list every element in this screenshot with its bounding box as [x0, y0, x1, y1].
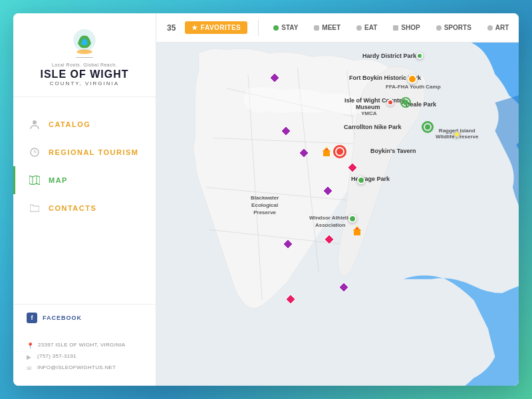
sidebar-nav: CATALOG REGIONAL TOURISM MAP — [13, 97, 156, 304]
svg-marker-23 — [323, 186, 332, 196]
main-content: 35 ★ FAVORITES STAY MEET EAT SHOP — [156, 13, 519, 386]
favorites-label: FAVORITES — [201, 24, 241, 31]
pin-diamond2[interactable] — [281, 126, 291, 138]
logo-tagline: Local Roots. Global Reach. — [52, 63, 117, 67]
art-dot — [487, 25, 493, 31]
sports-label: SPORTS — [444, 24, 471, 31]
logo-graphic: ────── — [68, 27, 101, 60]
svg-marker-20 — [270, 73, 279, 82]
pin-fort-boykin[interactable] — [408, 74, 417, 84]
regional-tourism-label: REGIONAL TOURISM — [49, 148, 138, 156]
svg-marker-24 — [283, 239, 293, 249]
eat-label: EAT — [364, 24, 377, 31]
pin-windsor[interactable] — [348, 215, 356, 223]
logo-subtitle: COUNTY, VIRGINIA — [50, 80, 119, 86]
email-item: ✉ INFO@ISLEOFWIGHTUS.NET — [27, 364, 142, 372]
phone-icon: ▶ — [27, 354, 33, 360]
stay-dot — [273, 25, 279, 31]
sidebar-social: f FACEBOOK — [13, 304, 156, 336]
catalog-label: CATALOG — [49, 120, 90, 128]
sidebar-item-map[interactable]: MAP — [13, 166, 156, 194]
pin-diamond6[interactable] — [339, 283, 348, 295]
shop-dot — [393, 25, 398, 31]
svg-marker-25 — [339, 283, 348, 292]
sidebar-contact: 📍 23397 ISLE OF WIGHT, VIRGINIA ▶ (757) … — [13, 336, 156, 386]
pin-diamond3[interactable] — [299, 148, 309, 160]
pin-heritage[interactable] — [357, 176, 365, 184]
eat-dot — [356, 25, 362, 31]
pin-diamond4[interactable] — [323, 186, 332, 198]
pin-diamond1[interactable] — [270, 73, 279, 85]
svg-marker-7 — [29, 176, 40, 185]
pin-shop2[interactable] — [325, 235, 334, 247]
svg-marker-33 — [325, 235, 334, 244]
filter-meet[interactable]: MEET — [310, 22, 344, 33]
favorites-count: 35 — [167, 23, 176, 33]
email-icon: ✉ — [27, 365, 33, 372]
location-icon: 📍 — [27, 342, 34, 349]
filter-sports[interactable]: SPORTS — [432, 22, 475, 33]
pin-cupcake2[interactable] — [352, 225, 362, 239]
pin-hardy[interactable] — [416, 53, 423, 59]
folder-icon — [29, 202, 41, 214]
sidebar-logo: ────── Local Roots. Global Reach. ISLE O… — [13, 13, 156, 97]
pin-isle-red[interactable] — [387, 99, 394, 106]
art-label: ART — [495, 24, 509, 31]
pin-ragged[interactable] — [454, 131, 460, 138]
svg-rect-26 — [323, 152, 330, 156]
app-container: ────── Local Roots. Global Reach. ISLE O… — [13, 13, 519, 386]
logo-title: ISLE OF WIGHT — [41, 68, 129, 80]
favorites-button[interactable]: ★ FAVORITES — [185, 21, 247, 34]
filter-stay[interactable]: STAY — [269, 22, 302, 33]
map-svg — [156, 43, 519, 386]
filter-art[interactable]: ART — [483, 22, 513, 33]
star-icon: ★ — [192, 24, 198, 31]
clock-icon — [29, 146, 41, 158]
map-label: MAP — [49, 176, 68, 184]
pin-cupcake1[interactable] — [322, 146, 331, 160]
pin-carrollton[interactable] — [422, 121, 434, 133]
meet-label: MEET — [322, 24, 340, 31]
pin-isle-of-wight[interactable] — [400, 97, 411, 108]
pin-shop1[interactable] — [348, 163, 357, 175]
sidebar-item-regional-tourism[interactable]: REGIONAL TOURISM — [13, 138, 156, 166]
address-item: 📍 23397 ISLE OF WIGHT, VIRGINIA — [27, 342, 142, 349]
map-area[interactable]: Hardy District Park Fort Boykin Historic… — [156, 43, 519, 386]
sidebar-item-catalog[interactable]: CATALOG — [13, 110, 156, 138]
svg-marker-32 — [348, 163, 357, 172]
email-text: INFO@ISLEOFWIGHTUS.NET — [37, 364, 116, 371]
pin-shop3[interactable] — [286, 295, 295, 307]
svg-text:──────: ────── — [76, 55, 94, 59]
facebook-item[interactable]: f FACEBOOK — [27, 313, 142, 323]
facebook-icon: f — [27, 313, 37, 323]
svg-point-3 — [33, 120, 37, 124]
divider — [258, 20, 259, 36]
stay-label: STAY — [281, 24, 298, 31]
sports-dot — [436, 25, 442, 31]
pin-diamond5[interactable] — [283, 239, 293, 251]
phone-text: (757) 357-3191 — [37, 353, 76, 360]
filter-eat[interactable]: EAT — [352, 22, 381, 33]
filter-shop[interactable]: SHOP — [389, 22, 424, 33]
facebook-label: FACEBOOK — [43, 315, 82, 321]
svg-point-31 — [356, 226, 358, 228]
phone-item: ▶ (757) 357-3191 — [27, 353, 142, 360]
address-text: 23397 ISLE OF WIGHT, VIRGINIA — [38, 342, 125, 348]
svg-marker-21 — [281, 126, 291, 136]
svg-point-28 — [326, 147, 328, 149]
meet-dot — [314, 25, 319, 31]
sidebar: ────── Local Roots. Global Reach. ISLE O… — [13, 13, 156, 386]
svg-point-1 — [76, 50, 92, 55]
person-icon — [29, 118, 41, 130]
top-bar: 35 ★ FAVORITES STAY MEET EAT SHOP — [156, 13, 519, 43]
sidebar-item-contacts[interactable]: CONTACTS — [13, 194, 156, 222]
svg-rect-29 — [354, 231, 360, 235]
svg-marker-34 — [286, 295, 295, 304]
pin-boykins[interactable] — [333, 145, 346, 158]
map-icon — [29, 174, 41, 186]
contacts-label: CONTACTS — [49, 204, 96, 212]
svg-marker-22 — [299, 148, 309, 158]
shop-label: SHOP — [401, 24, 420, 31]
